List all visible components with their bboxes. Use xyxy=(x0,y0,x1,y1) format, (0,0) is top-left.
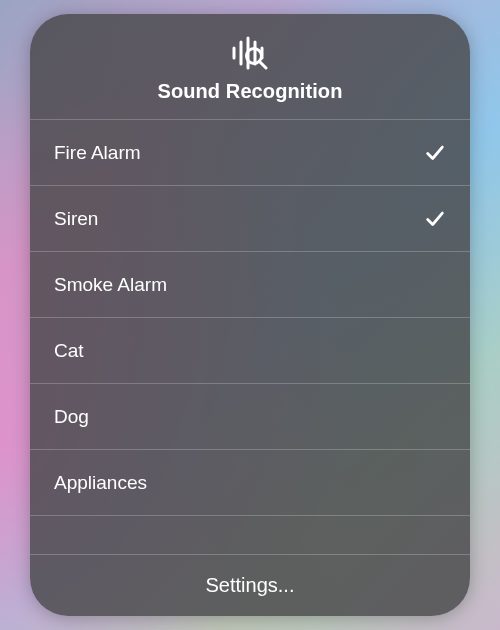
sound-label: Smoke Alarm xyxy=(54,274,167,296)
sound-label: Siren xyxy=(54,208,98,230)
settings-button[interactable]: Settings... xyxy=(190,566,311,605)
panel-header: Sound Recognition xyxy=(30,14,470,119)
sound-recognition-panel: Sound Recognition Fire AlarmSirenSmoke A… xyxy=(30,14,470,616)
sound-row[interactable]: Smoke Alarm xyxy=(30,252,470,318)
sound-label: Dog xyxy=(54,406,89,428)
sound-row[interactable]: Appliances xyxy=(30,450,470,516)
svg-line-6 xyxy=(260,62,267,69)
sound-row[interactable]: Fire Alarm xyxy=(30,120,470,186)
sound-list: Fire AlarmSirenSmoke AlarmCatDogApplianc… xyxy=(30,119,470,554)
sound-recognition-icon xyxy=(230,36,270,70)
sound-row[interactable]: Cat xyxy=(30,318,470,384)
sound-label: Appliances xyxy=(54,472,147,494)
sound-row[interactable]: Dog xyxy=(30,384,470,450)
sound-row[interactable]: Siren xyxy=(30,186,470,252)
checkmark-icon xyxy=(418,208,446,230)
sound-label: Cat xyxy=(54,340,84,362)
checkmark-icon xyxy=(418,142,446,164)
panel-footer: Settings... xyxy=(30,554,470,616)
sound-label: Fire Alarm xyxy=(54,142,141,164)
panel-title: Sound Recognition xyxy=(157,80,342,103)
